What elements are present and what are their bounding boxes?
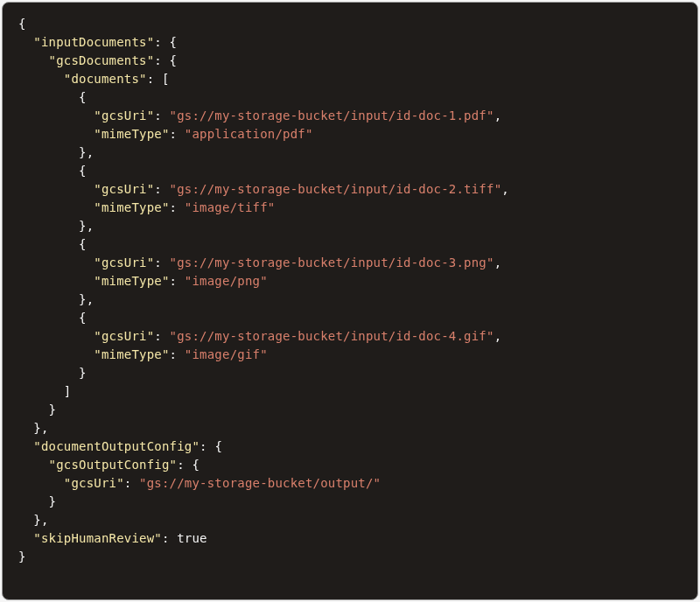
colon: : [200,439,214,453]
value-doc1-uri: "gs://my-storage-bucket/input/id-doc-1.p… [170,108,494,122]
brace-close-comma: }, [79,219,94,233]
brace-open: { [192,458,200,472]
key-inputDocuments: "inputDocuments" [33,35,154,49]
brace-open: { [170,35,178,49]
colon: : [170,127,185,141]
brace-open: { [79,311,87,325]
value-doc3-uri: "gs://my-storage-bucket/input/id-doc-3.p… [170,256,494,270]
value-skipHumanReview: true [177,531,207,545]
brace-open: { [79,237,87,251]
brace-close-comma: }, [79,145,94,159]
key-mimeType: "mimeType" [94,274,169,288]
brace-close: } [18,550,26,564]
value-doc2-uri: "gs://my-storage-bucket/input/id-doc-2.t… [170,182,502,196]
colon: : [154,329,169,343]
key-gcsUri: "gcsUri" [94,329,154,343]
brace-open: { [18,17,26,31]
brace-close: } [79,366,87,380]
colon: : [154,182,169,196]
colon: : [170,200,185,214]
colon: : [124,476,139,490]
value-doc3-mime: "image/png" [185,274,268,288]
colon: : [147,72,162,86]
key-gcsDocuments: "gcsDocuments" [49,53,155,67]
value-doc4-mime: "image/gif" [185,347,268,361]
brace-close: } [49,494,57,508]
key-gcsUri: "gcsUri" [94,182,154,196]
key-skipHumanReview: "skipHumanReview" [33,531,162,545]
key-gcsUri: "gcsUri" [64,476,124,490]
key-mimeType: "mimeType" [94,347,169,361]
key-gcsUri: "gcsUri" [94,108,154,122]
key-gcsUri: "gcsUri" [94,256,154,270]
colon: : [154,108,169,122]
colon: : [170,274,185,288]
value-output-uri: "gs://my-storage-bucket/output/" [139,476,381,490]
comma: , [501,182,509,196]
brace-open: { [170,53,178,67]
bracket-open: [ [162,72,170,86]
colon: : [162,531,177,545]
comma: , [494,329,502,343]
value-doc4-uri: "gs://my-storage-bucket/input/id-doc-4.g… [170,329,494,343]
brace-close-comma: }, [33,513,48,527]
key-mimeType: "mimeType" [94,127,169,141]
colon: : [154,35,169,49]
key-documentOutputConfig: "documentOutputConfig" [33,439,200,453]
key-documents: "documents" [64,72,147,86]
comma: , [494,108,502,122]
colon: : [177,458,192,472]
comma: , [494,256,502,270]
brace-open: { [214,439,222,453]
brace-open: { [79,90,87,104]
brace-close: } [49,402,57,416]
brace-close-comma: }, [79,292,94,306]
colon: : [154,256,169,270]
colon: : [154,53,169,67]
value-doc2-mime: "image/tiff" [185,200,276,214]
brace-close-comma: }, [33,421,48,435]
key-mimeType: "mimeType" [94,200,169,214]
brace-open: { [79,164,87,178]
bracket-close: ] [64,384,72,398]
value-doc1-mime: "application/pdf" [185,127,313,141]
json-code-block: { "inputDocuments": { "gcsDocuments": { … [2,2,698,600]
colon: : [170,347,185,361]
key-gcsOutputConfig: "gcsOutputConfig" [49,458,178,472]
